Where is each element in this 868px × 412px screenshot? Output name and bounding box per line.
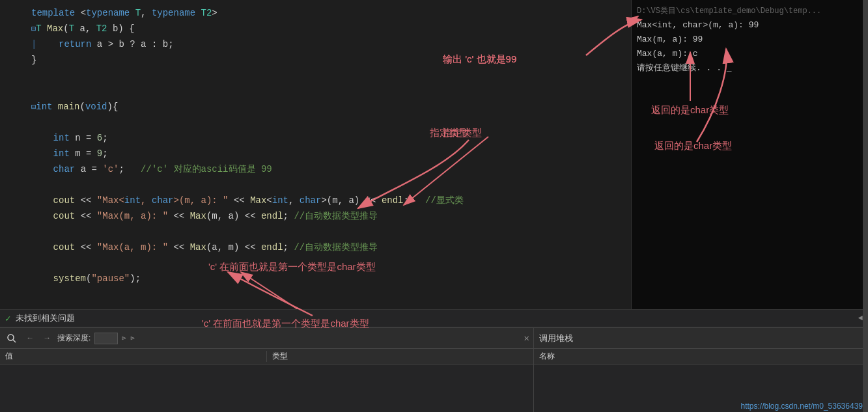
- main-container: template <typename T, typename T2> ⊟T Ma…: [0, 0, 868, 412]
- value-column-header: 值: [0, 351, 267, 362]
- code-content: template <typename T, typename T2> ⊟T Ma…: [0, 0, 631, 292]
- bottom-area: ← → 搜索深度: ⊳ ⊳ ✕ 值 类型 调用堆栈 名称: [0, 327, 868, 412]
- line-code-13: cout << "Max<int, char>(m, a): " << Max<…: [31, 195, 464, 206]
- terminal-line-2: Max(m, a): 99: [637, 33, 863, 47]
- code-line-4: }: [0, 52, 631, 68]
- status-ok-icon: ✓: [5, 313, 10, 324]
- line-code-9: int n = 6;: [31, 133, 108, 143]
- search-forward-button[interactable]: →: [40, 332, 53, 345]
- code-line-7: ⊟int main(void){: [0, 99, 631, 115]
- url-bar: https://blog.csdn.net/m0_53636439: [741, 402, 863, 411]
- call-stack-columns: 名称: [534, 349, 868, 364]
- line-code-2: ⊟T Max(T a, T2 b) {: [31, 23, 135, 34]
- code-line-16: cout << "Max(a, m): " << Max(a, m) << en…: [0, 240, 631, 255]
- code-line-9: int n = 6;: [0, 130, 631, 146]
- line-code-18: system("pause");: [31, 273, 141, 284]
- name-column-header: 名称: [539, 351, 555, 362]
- search-icon[interactable]: [4, 331, 20, 346]
- watch-toolbar: ← → 搜索深度: ⊳ ⊳ ✕: [0, 328, 533, 349]
- line-code-16: cout << "Max(a, m): " << Max(a, m) << en…: [31, 241, 378, 253]
- code-line-6: [0, 83, 631, 99]
- terminal-line-1: Max<int, char>(m, a): 99: [637, 18, 863, 33]
- code-line-5: [0, 68, 631, 83]
- line-code-7: ⊟int main(void){: [31, 102, 118, 112]
- watch-scrollbar[interactable]: [863, 0, 868, 412]
- line-code-4: }: [31, 55, 36, 65]
- line-code-3: | return a > b ? a : b;: [31, 39, 174, 49]
- code-line-3: | return a > b ? a : b;: [0, 36, 631, 52]
- line-code-11: char a = 'c'; //'c' 对应的ascii码值是 99: [31, 163, 272, 175]
- terminal-line-3: Max(a, m): c: [637, 47, 863, 61]
- call-stack-panel: 调用堆栈 名称: [534, 328, 868, 412]
- line-code-14: cout << "Max(m, a): " << Max(m, a) << en…: [31, 210, 378, 222]
- code-line-15: [0, 224, 631, 240]
- type-column-header: 类型: [267, 351, 534, 362]
- annotation-return-char: 返回的是char类型: [651, 104, 729, 117]
- code-panel: template <typename T, typename T2> ⊟T Ma…: [0, 0, 632, 309]
- annotation-char-type: 'c' 在前面也就是第一个类型是char类型: [208, 261, 376, 273]
- output-status-bar: ✓ 未找到相关问题 ◄: [0, 309, 868, 327]
- code-line-10: int m = 9;: [0, 146, 631, 161]
- watch-panel: ← → 搜索深度: ⊳ ⊳ ✕ 值 类型: [0, 328, 534, 412]
- terminal-panel: D:\VS类目\cs\template_demo\Debug\temp... M…: [632, 0, 868, 309]
- depth-label: 搜索深度:: [57, 333, 91, 344]
- code-line-11: char a = 'c'; //'c' 对应的ascii码值是 99: [0, 161, 631, 177]
- no-issues-label: 未找到相关问题: [16, 312, 75, 324]
- watch-scroll-area[interactable]: [0, 364, 533, 412]
- line-code-10: int m = 9;: [31, 148, 108, 159]
- svg-line-3: [13, 340, 16, 342]
- code-line-8: [0, 115, 631, 130]
- code-line-2: ⊟T Max(T a, T2 b) {: [0, 21, 631, 36]
- close-watch-button[interactable]: ✕: [524, 333, 529, 344]
- annotation-output: 输出 'c' 也就是99: [443, 53, 516, 66]
- line-code-1: template <typename T, typename T2>: [31, 8, 217, 18]
- annotation-specify-type: 指定类型: [443, 127, 482, 139]
- code-line-14: cout << "Max(m, a): " << Max(m, a) << en…: [0, 208, 631, 224]
- code-line-13: cout << "Max<int, char>(m, a): " << Max<…: [0, 193, 631, 208]
- depth-input[interactable]: [94, 333, 118, 344]
- search-back-button[interactable]: ←: [23, 332, 36, 345]
- scroll-indicator: ◄: [858, 314, 863, 323]
- code-line-12: [0, 177, 631, 193]
- watch-columns: 值 类型: [0, 349, 533, 364]
- code-line-1: template <typename T, typename T2>: [0, 5, 631, 21]
- editor-area: template <typename T, typename T2> ⊟T Ma…: [0, 0, 868, 309]
- pin-button[interactable]: ⊳ ⊳: [122, 334, 135, 342]
- call-stack-title: 调用堆栈: [534, 328, 868, 349]
- terminal-line-4: 请按任意键继续. . . _: [637, 61, 863, 76]
- svg-point-2: [8, 335, 14, 340]
- terminal-path: D:\VS类目\cs\template_demo\Debug\temp...: [637, 4, 863, 18]
